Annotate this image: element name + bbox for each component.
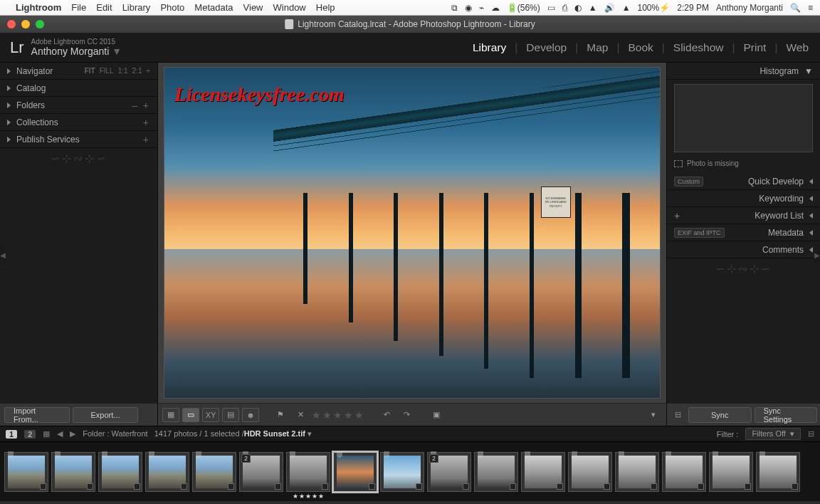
clock[interactable]: 2:29 PM: [677, 3, 709, 13]
folders-add-remove[interactable]: – +: [132, 100, 150, 111]
sync-settings-button[interactable]: Sync Settings: [755, 407, 818, 423]
filter-select[interactable]: Filters Off ▾: [745, 428, 801, 440]
right-panel-toggle[interactable]: ▶: [814, 244, 820, 266]
breadcrumb[interactable]: Folder : Waterfront 1417 photos / 1 sele…: [83, 429, 312, 439]
module-web[interactable]: Web: [784, 41, 810, 54]
filmstrip-thumb[interactable]: [662, 452, 706, 492]
export-button[interactable]: Export...: [73, 407, 138, 423]
flag-pick-icon[interactable]: ⚑: [272, 408, 289, 422]
histogram-header[interactable]: Histogram▼: [667, 63, 820, 80]
module-map[interactable]: Map: [585, 41, 609, 54]
module-book[interactable]: Book: [626, 41, 654, 54]
display-icon[interactable]: ▭: [547, 3, 555, 13]
filmstrip-thumb[interactable]: [709, 452, 753, 492]
menu-metadata[interactable]: Metadata: [194, 2, 233, 13]
spotlight-icon[interactable]: 🔍: [790, 3, 801, 13]
flag-reject-icon[interactable]: ✕: [292, 408, 309, 422]
volume-icon[interactable]: 🔊: [604, 3, 615, 13]
identity-dropdown-icon[interactable]: ▼: [112, 46, 122, 57]
notification-center-icon[interactable]: ≡: [808, 3, 813, 13]
slideshow-icon[interactable]: ▣: [428, 408, 445, 422]
menu-file[interactable]: File: [71, 2, 86, 13]
nav-forward-icon[interactable]: ▶: [70, 429, 75, 439]
source-primary[interactable]: 1: [6, 430, 17, 439]
navigator-header[interactable]: Navigator FIT FILL 1:1 2:1 ÷: [0, 63, 157, 80]
source-secondary[interactable]: 2: [24, 430, 36, 439]
menu-photo[interactable]: Photo: [160, 2, 184, 13]
filmstrip-thumb[interactable]: [51, 452, 95, 492]
menu-window[interactable]: Window: [273, 2, 306, 13]
module-slideshow[interactable]: Slideshow: [672, 41, 725, 54]
filmstrip-thumb[interactable]: [98, 452, 142, 492]
module-print[interactable]: Print: [742, 41, 768, 54]
import-button[interactable]: Import From...: [4, 407, 70, 423]
filmstrip-thumb[interactable]: [145, 452, 189, 492]
metadata-header[interactable]: EXIF and IPTCMetadata: [667, 224, 820, 241]
filter-lock-icon[interactable]: ⊟: [808, 429, 814, 439]
nav-2-1[interactable]: 2:1: [132, 67, 142, 75]
menu-help[interactable]: Help: [316, 2, 335, 13]
wifi-icon[interactable]: ▲: [622, 3, 631, 13]
metadata-preset[interactable]: EXIF and IPTC: [674, 228, 725, 238]
publish-header[interactable]: Publish Services+: [0, 131, 157, 148]
identity-plate[interactable]: Anthony Morganti: [31, 46, 110, 57]
nav-zoom-menu-icon[interactable]: ÷: [147, 67, 151, 75]
filmstrip-thumb[interactable]: [756, 452, 800, 492]
airplay-icon[interactable]: ▲: [589, 3, 597, 13]
menu-library[interactable]: Library: [122, 2, 151, 13]
filmstrip[interactable]: 2★★★★★2: [0, 441, 820, 501]
grid-view-icon[interactable]: ▦: [162, 408, 179, 422]
printer-icon[interactable]: ⎙: [562, 3, 567, 13]
bridge-icon[interactable]: ⌁: [479, 3, 484, 13]
keywording-header[interactable]: Keywording: [667, 190, 820, 207]
menu-view[interactable]: View: [243, 2, 263, 13]
window-close-button[interactable]: [7, 20, 16, 28]
filmstrip-thumb[interactable]: [615, 452, 659, 492]
rating-stars[interactable]: ★★★★★: [312, 409, 365, 421]
nav-fit[interactable]: FIT: [85, 67, 95, 75]
filmstrip-thumb[interactable]: [568, 452, 612, 492]
sync-icon[interactable]: ◐: [574, 3, 582, 13]
nav-fill[interactable]: FILL: [100, 67, 114, 75]
quick-develop-header[interactable]: CustomQuick Develop: [667, 173, 820, 190]
app-menu[interactable]: Lightroom: [16, 2, 61, 13]
nav-1-1[interactable]: 1:1: [118, 67, 128, 75]
quick-develop-preset[interactable]: Custom: [674, 177, 703, 187]
comments-header[interactable]: Comments: [667, 241, 820, 258]
filmstrip-thumb[interactable]: [474, 452, 518, 492]
people-view-icon[interactable]: ☻: [242, 408, 259, 422]
histogram-menu-icon[interactable]: ▼: [804, 66, 813, 76]
eye-icon[interactable]: ◉: [465, 3, 472, 13]
filmstrip-thumb[interactable]: ★★★★★: [286, 452, 330, 492]
survey-view-icon[interactable]: ▤: [222, 408, 239, 422]
grid-mini-icon[interactable]: ▦: [43, 429, 50, 439]
keyword-list-header[interactable]: +Keyword List: [667, 207, 820, 224]
filmstrip-thumb[interactable]: [380, 452, 424, 492]
menu-edit[interactable]: Edit: [96, 2, 112, 13]
module-develop[interactable]: Develop: [525, 41, 568, 54]
battery-icon[interactable]: 🔋(56%): [507, 3, 540, 13]
compare-view-icon[interactable]: XY: [202, 408, 219, 422]
filmstrip-thumb[interactable]: 2: [239, 452, 283, 492]
collections-add[interactable]: +: [143, 117, 150, 128]
nav-back-icon[interactable]: ◀: [57, 429, 63, 439]
filmstrip-thumb[interactable]: 2: [427, 452, 471, 492]
filmstrip-thumb[interactable]: [192, 452, 236, 492]
loupe-view-icon[interactable]: ▭: [182, 408, 199, 422]
left-panel-toggle[interactable]: ◀: [0, 244, 6, 266]
catalog-header[interactable]: Catalog: [0, 80, 157, 97]
folders-header[interactable]: Folders– +: [0, 97, 157, 114]
filmstrip-thumb[interactable]: [521, 452, 565, 492]
filmstrip-thumb[interactable]: [4, 452, 48, 492]
filmstrip-thumb[interactable]: [333, 452, 377, 492]
keyword-add-icon[interactable]: +: [674, 210, 680, 221]
window-minimize-button[interactable]: [21, 20, 30, 28]
dropbox-icon[interactable]: ⧉: [451, 3, 458, 13]
user-menu[interactable]: Anthony Morganti: [716, 3, 783, 13]
window-zoom-button[interactable]: [36, 20, 44, 28]
toolbar-menu-icon[interactable]: ▾: [645, 408, 662, 422]
sync-button[interactable]: Sync: [688, 407, 752, 423]
rotate-cw-icon[interactable]: ↷: [398, 408, 415, 422]
rotate-ccw-icon[interactable]: ↶: [378, 408, 395, 422]
cloud-icon[interactable]: ☁: [491, 3, 500, 13]
